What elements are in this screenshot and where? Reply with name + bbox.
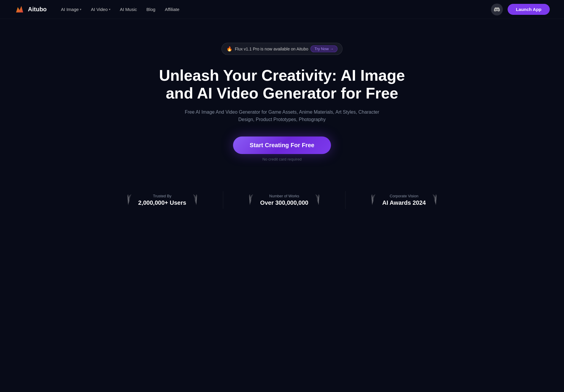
logo-text: Aitubo xyxy=(28,6,47,13)
nav-item-affiliate[interactable]: Affiliate xyxy=(161,4,183,14)
announcement-bar: 🔥 Flux v1.1 Pro is now available on Aitu… xyxy=(221,43,343,55)
laurel-left-3-icon xyxy=(369,193,378,207)
stat-award-value: AI Awards 2024 xyxy=(382,199,426,206)
chevron-down-icon: ▾ xyxy=(80,8,81,11)
cta-container: Start Creating For Free No credit card r… xyxy=(233,137,331,161)
nav-item-ai-image[interactable]: AI Image ▾ xyxy=(57,4,85,14)
stat-award-label: Corporate Vision xyxy=(382,194,426,198)
stat-award-text: Corporate Vision AI Awards 2024 xyxy=(382,194,426,206)
nav-left: Aitubo AI Image ▾ AI Video ▾ AI Music Bl… xyxy=(14,4,183,15)
announcement-text: Flux v1.1 Pro is now available on Aitubo xyxy=(235,47,308,51)
laurel-right-2-icon xyxy=(313,193,321,207)
stats-section: Trusted By 2,000,000+ Users xyxy=(125,191,439,209)
launch-app-button[interactable]: Launch App xyxy=(508,4,550,15)
stat-award: Corporate Vision AI Awards 2024 xyxy=(369,193,439,207)
try-now-button[interactable]: Try Now → xyxy=(310,45,338,52)
laurel-left-icon xyxy=(125,193,134,207)
fire-icon: 🔥 xyxy=(226,46,232,52)
stat-works: Number of Works Over 300,000,000 xyxy=(247,193,321,207)
stat-works-label: Number of Works xyxy=(260,194,308,198)
logo[interactable]: Aitubo xyxy=(14,4,47,15)
stat-trusted-text: Trusted By 2,000,000+ Users xyxy=(138,194,186,206)
start-creating-button[interactable]: Start Creating For Free xyxy=(233,137,331,154)
nav-right: Launch App xyxy=(491,4,550,15)
stat-divider-2 xyxy=(345,191,346,209)
nav-links: AI Image ▾ AI Video ▾ AI Music Blog Affi… xyxy=(57,4,183,14)
stat-divider-1 xyxy=(223,191,223,209)
stat-trusted-label: Trusted By xyxy=(138,194,186,198)
navbar: Aitubo AI Image ▾ AI Video ▾ AI Music Bl… xyxy=(0,0,564,19)
laurel-left-2-icon xyxy=(247,193,255,207)
hero-subtitle: Free AI Image And Video Generator for Ga… xyxy=(178,108,386,123)
laurel-right-icon xyxy=(191,193,199,207)
stat-trusted-by: Trusted By 2,000,000+ Users xyxy=(125,193,199,207)
stat-works-text: Number of Works Over 300,000,000 xyxy=(260,194,308,206)
laurel-right-3-icon xyxy=(430,193,439,207)
no-credit-text: No credit card required xyxy=(262,157,302,161)
chevron-down-icon: ▾ xyxy=(109,8,110,11)
nav-item-ai-music[interactable]: AI Music xyxy=(116,4,141,14)
discord-button[interactable] xyxy=(491,4,503,15)
hero-section: 🔥 Flux v1.1 Pro is now available on Aitu… xyxy=(0,19,564,209)
hero-title: Unleash Your Creativity: AI Image and AI… xyxy=(148,67,416,102)
stat-trusted-value: 2,000,000+ Users xyxy=(138,199,186,206)
nav-item-ai-video[interactable]: AI Video ▾ xyxy=(87,4,114,14)
nav-item-blog[interactable]: Blog xyxy=(143,4,159,14)
stat-works-value: Over 300,000,000 xyxy=(260,199,308,206)
